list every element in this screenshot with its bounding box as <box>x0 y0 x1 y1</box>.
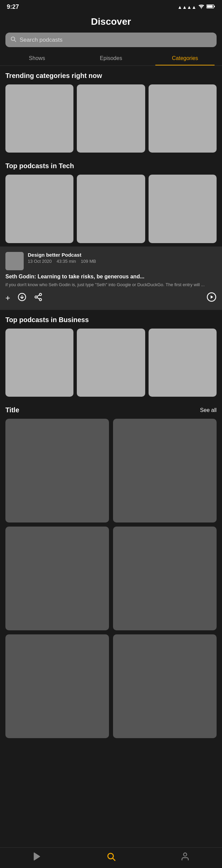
top-business-section: Top podcasts in Business <box>0 310 222 400</box>
svg-line-11 <box>37 298 39 299</box>
episode-duration: 43:35 min <box>57 259 76 264</box>
tech-card-1[interactable] <box>5 175 73 243</box>
add-button[interactable]: + <box>5 293 10 303</box>
business-card-1[interactable] <box>5 329 73 397</box>
tech-card-3[interactable] <box>149 175 217 243</box>
svg-rect-2 <box>207 5 213 8</box>
list-item[interactable] <box>5 634 109 738</box>
list-item[interactable] <box>5 419 109 522</box>
list-item[interactable] <box>5 527 109 630</box>
svg-marker-14 <box>211 295 214 299</box>
search-icon <box>10 36 16 44</box>
episode-actions: + <box>5 292 217 304</box>
signal-icon: ▲▲▲▲ <box>178 4 196 10</box>
search-placeholder: Search podcasts <box>20 37 63 43</box>
episode-meta: Design better Podcast 13 Oct 2020 43:35 … <box>28 252 217 264</box>
play-button[interactable] <box>206 292 217 304</box>
episode-header: Design better Podcast 13 Oct 2020 43:35 … <box>5 252 217 270</box>
episode-description: if you don't know who Seth Godin is, jus… <box>5 282 217 288</box>
episode-date: 13 Oct 2020 <box>28 259 52 264</box>
status-bar: 9:27 ▲▲▲▲ <box>0 0 222 12</box>
nav-search[interactable] <box>106 852 116 861</box>
business-card-2[interactable] <box>77 329 145 397</box>
podcast-name: Design better Podcast <box>28 252 217 258</box>
trending-card-3[interactable] <box>149 84 217 153</box>
svg-line-17 <box>113 858 115 860</box>
tab-shows[interactable]: Shows <box>0 51 74 65</box>
title-row: Title See all <box>0 400 222 419</box>
episode-thumbnail <box>5 252 24 270</box>
trending-card-2[interactable] <box>77 84 145 153</box>
grid-2 <box>5 419 217 738</box>
page-title: Discover <box>0 16 222 27</box>
list-item[interactable] <box>113 419 217 522</box>
wifi-icon <box>198 4 204 10</box>
battery-icon <box>206 4 215 10</box>
nav-play[interactable] <box>32 852 42 861</box>
top-tech-grid <box>5 175 217 243</box>
bottom-nav <box>0 847 222 868</box>
svg-marker-15 <box>34 853 40 860</box>
search-bar[interactable]: Search podcasts <box>5 33 217 47</box>
trending-card-1[interactable] <box>5 84 73 153</box>
svg-point-18 <box>183 853 186 856</box>
svg-point-0 <box>201 8 202 9</box>
svg-rect-3 <box>214 6 215 7</box>
list-item[interactable] <box>113 634 217 738</box>
list-item[interactable] <box>113 527 217 630</box>
tabs-container: Shows Episodes Categories <box>0 51 222 66</box>
top-business-title: Top podcasts in Business <box>5 316 217 324</box>
grid-2-section <box>0 419 222 744</box>
nav-profile[interactable] <box>180 852 190 861</box>
trending-section: Trending categories right now <box>0 66 222 156</box>
page-header: Discover <box>0 12 222 33</box>
status-icons: ▲▲▲▲ <box>178 4 215 10</box>
download-button[interactable] <box>18 293 26 303</box>
status-time: 9:27 <box>7 3 19 11</box>
see-all-button[interactable]: See all <box>200 407 217 413</box>
top-business-grid <box>5 329 217 397</box>
trending-title: Trending categories right now <box>5 72 217 80</box>
episode-details: 13 Oct 2020 43:35 min 109 MB <box>28 259 217 264</box>
featured-episode: Design better Podcast 13 Oct 2020 43:35 … <box>0 246 222 310</box>
title-label: Title <box>5 406 19 414</box>
trending-grid <box>5 84 217 153</box>
episode-size: 109 MB <box>81 259 96 264</box>
top-tech-title: Top podcasts in Tech <box>5 162 217 170</box>
tab-categories[interactable]: Categories <box>148 51 222 65</box>
top-tech-section: Top podcasts in Tech <box>0 156 222 246</box>
share-button[interactable] <box>34 293 43 303</box>
tab-episodes[interactable]: Episodes <box>74 51 148 65</box>
svg-line-12 <box>37 295 39 296</box>
episode-title: Seth Godin: Learning to take risks, be g… <box>5 274 217 280</box>
business-card-3[interactable] <box>149 329 217 397</box>
tech-card-2[interactable] <box>77 175 145 243</box>
svg-line-5 <box>14 40 16 41</box>
